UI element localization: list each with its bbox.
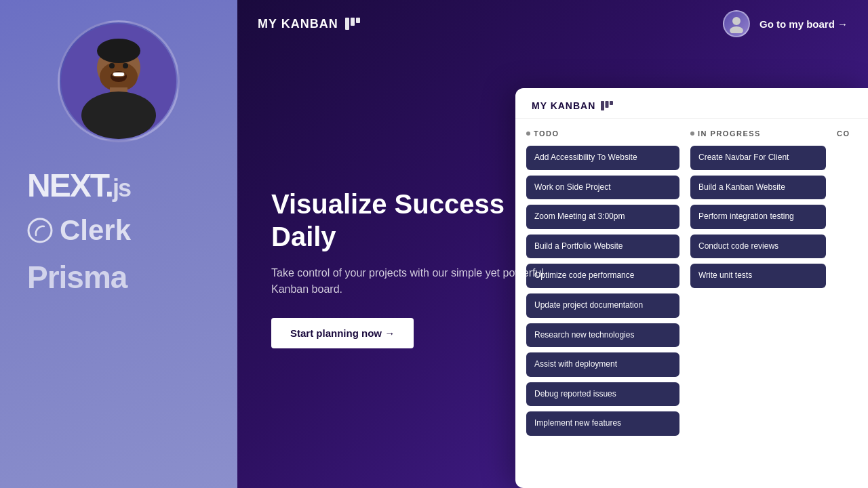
col-label-done: CO	[837, 129, 850, 138]
svg-rect-19	[610, 101, 613, 105]
user-avatar	[723, 10, 750, 37]
hero-content: Visualize Success Daily Take control of …	[271, 188, 556, 348]
kanban-icon	[345, 16, 360, 31]
svg-rect-18	[606, 101, 609, 108]
prisma-logo-item: Prisma	[27, 259, 127, 296]
svg-point-5	[97, 39, 140, 63]
kanban-card: Perform integration testing	[690, 205, 826, 229]
kanban-card: Conduct code reviews	[690, 235, 826, 259]
col-dot-inprogress	[690, 131, 694, 136]
avatar	[58, 20, 180, 142]
svg-point-7	[123, 63, 128, 68]
svg-rect-10	[113, 73, 124, 76]
col-label-inprogress: IN PROGRESS	[698, 129, 761, 138]
go-to-board-button[interactable]: Go to my board →	[760, 18, 848, 30]
kanban-card-debug: Debug reported issues	[526, 382, 679, 407]
nextjs-suffix: js	[113, 174, 130, 202]
kanban-preview-card: MY KANBAN TODO Add Accessibility To Webs…	[515, 88, 868, 488]
kanban-col-done: CO	[837, 129, 857, 467]
col-label-todo: TODO	[534, 129, 559, 138]
svg-point-11	[28, 219, 52, 242]
kanban-preview-header: MY KANBAN	[515, 88, 868, 119]
kanban-preview-title: MY KANBAN	[532, 100, 595, 111]
kanban-card: Write unit tests	[690, 264, 826, 288]
left-panel: NEXT.js Clerk Prisma	[0, 0, 237, 488]
clerk-logo-item: Clerk	[27, 214, 131, 247]
tech-logos-section: NEXT.js Clerk Prisma	[14, 169, 224, 296]
kanban-col-inprogress: IN PROGRESS Create Navbar For Client Bui…	[690, 129, 826, 467]
brand-text: MY KANBAN	[258, 17, 338, 31]
kanban-card: Create Navbar For Client	[690, 146, 826, 170]
clerk-icon	[27, 218, 53, 243]
col-header-inprogress: IN PROGRESS	[690, 129, 826, 138]
svg-point-4	[81, 92, 156, 139]
svg-point-15	[732, 17, 741, 25]
navbar: MY KANBAN Go to my board →	[237, 0, 868, 47]
main-area: MY KANBAN Go to my board → Visualize Su	[237, 0, 868, 488]
start-planning-button[interactable]: Start planning now →	[271, 318, 414, 348]
hero-title: Visualize Success Daily	[271, 188, 556, 253]
svg-rect-13	[351, 18, 355, 26]
navbar-brand: MY KANBAN	[258, 16, 360, 31]
svg-rect-17	[601, 101, 604, 110]
hero-subtitle: Take control of your projects with our s…	[271, 265, 556, 298]
nextjs-logo: NEXT.js	[27, 169, 130, 202]
kanban-card: Build a Kanban Website	[690, 176, 826, 200]
prisma-logo: Prisma	[27, 259, 127, 296]
kanban-card: Implement new features	[526, 411, 679, 436]
svg-rect-14	[356, 18, 360, 23]
kanban-card: Assist with deployment	[526, 352, 679, 377]
kanban-card: Add Accessibility To Website	[526, 146, 679, 170]
hero-section: Visualize Success Daily Take control of …	[237, 47, 868, 488]
col-header-done: CO	[837, 129, 857, 138]
kanban-columns: TODO Add Accessibility To Website Work o…	[515, 119, 868, 478]
navbar-cta: Go to my board →	[723, 10, 848, 37]
clerk-logo: Clerk	[27, 214, 131, 247]
svg-point-6	[109, 63, 115, 68]
nextjs-logo-item: NEXT.js	[27, 169, 130, 202]
col-dot-todo	[526, 131, 530, 136]
col-header-todo: TODO	[526, 129, 679, 138]
kanban-preview-icon	[601, 101, 613, 110]
svg-point-16	[730, 26, 743, 33]
svg-rect-12	[345, 18, 349, 30]
